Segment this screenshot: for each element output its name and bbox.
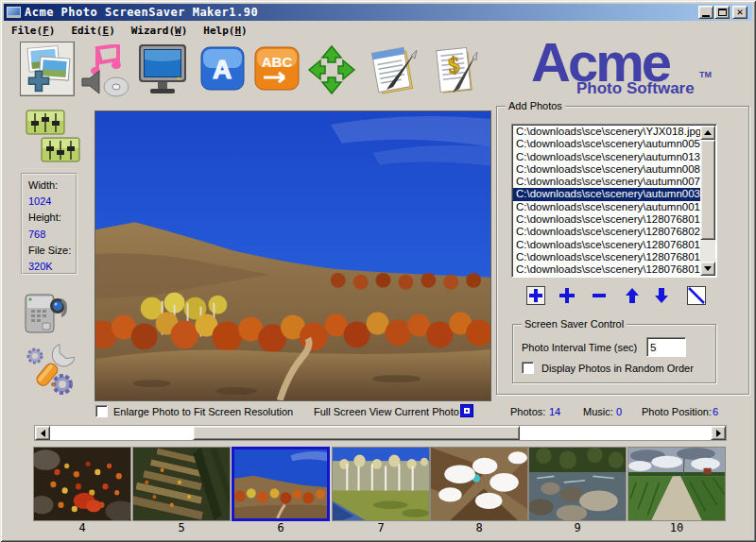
photo-preview[interactable] — [94, 110, 491, 401]
register-notes-button[interactable] — [368, 42, 422, 97]
thumbnail-7[interactable] — [332, 447, 430, 521]
height-value: 768 — [28, 227, 76, 243]
scroll-right-button[interactable] — [711, 426, 726, 440]
interval-input[interactable] — [646, 337, 686, 357]
list-item[interactable]: C:\downloads\sce\scenery\autumn007.jpg — [513, 176, 700, 188]
add-photos-button[interactable] — [20, 42, 75, 96]
list-item[interactable]: C:\downloads\sce\scenery\autumn008.jpg — [513, 163, 700, 176]
fullscreen-view-button[interactable] — [460, 404, 473, 417]
list-scrollbar[interactable] — [700, 126, 715, 276]
maximize-icon — [718, 8, 727, 16]
list-item[interactable]: C:\downloads\sce\scenery\autumn001.jpg — [513, 201, 700, 213]
brand-tm: TM — [699, 70, 712, 79]
music-count-value: 0 — [616, 406, 622, 417]
hscroll-thumb[interactable] — [193, 426, 520, 440]
thumbnail-4-image — [34, 448, 130, 520]
register-notes-icon — [368, 42, 422, 97]
thumbnail-5-image — [133, 448, 230, 520]
close-icon: ✕ — [737, 8, 744, 17]
arrow-up-icon — [623, 286, 642, 305]
thumbnail-scrollbar[interactable] — [34, 425, 727, 441]
app-icon — [7, 7, 21, 18]
minimize-button[interactable] — [698, 6, 713, 19]
clear-photos-button[interactable] — [687, 286, 706, 305]
transition-effects-button[interactable] — [307, 44, 356, 95]
enlarge-photo-checkbox[interactable] — [95, 405, 108, 417]
scroll-thumb[interactable] — [700, 140, 715, 240]
boxed-plus-icon — [526, 286, 545, 305]
text-effects-button[interactable]: ABC — [254, 46, 300, 91]
photos-count-label: Photos: — [510, 406, 545, 417]
svg-text:ABC: ABC — [262, 54, 293, 70]
title-bar[interactable]: Acme Photo ScreenSaver Maker1.90 ✕ — [4, 4, 752, 21]
transition-effects-icon — [307, 44, 356, 95]
font-settings-icon: A — [200, 46, 245, 91]
thumbnail-8-image — [431, 448, 527, 520]
remove-photo-button[interactable] — [590, 286, 609, 305]
thumbnail-number: 4 — [33, 521, 131, 534]
menu-help[interactable]: Help(H) — [203, 25, 247, 37]
sliders-icon — [26, 110, 65, 136]
thumbnail-number: 10 — [627, 521, 726, 534]
minus-icon — [590, 286, 609, 305]
height-label: Height: — [28, 210, 76, 226]
effect-mixer-button-2[interactable] — [41, 137, 80, 167]
thumbnail-10[interactable] — [627, 447, 726, 521]
photos-count-value: 14 — [549, 406, 560, 417]
random-order-label: Display Photos in Random Order — [541, 363, 694, 374]
list-item[interactable]: C:\downloads\sce\scenery\1280768018 — [513, 251, 700, 263]
close-button[interactable]: ✕ — [732, 6, 747, 19]
landscape-photo — [95, 111, 490, 400]
width-value: 1024 — [28, 194, 76, 210]
add-photo-button[interactable] — [558, 286, 576, 305]
screensaver-group-label: Screen Saver Control — [522, 318, 627, 330]
clear-list-icon — [687, 286, 706, 305]
list-item[interactable]: C:\downloads\sce\scenery\1280768017 — [513, 239, 700, 251]
menu-file[interactable]: File(F) — [11, 25, 55, 37]
sliders-icon — [41, 137, 80, 163]
thumbnail-number: 5 — [132, 521, 231, 534]
brand-subtitle: Photo Software — [576, 79, 695, 98]
brand-logo: Acme TM Photo Software — [527, 42, 726, 100]
list-item[interactable]: C:\downloads\sce\scenery\autumn013.jpg — [513, 151, 700, 163]
thumbnail-5[interactable] — [132, 447, 231, 521]
menu-edit[interactable]: Edit(E) — [71, 25, 114, 37]
photo-file-list[interactable]: C:\downloads\sce\scenery\YJX018.jpg C:\d… — [511, 124, 717, 278]
svg-text:A: A — [213, 55, 232, 84]
list-item[interactable]: C:\downloads\sce\scenery\1280768010 — [513, 213, 700, 226]
photo-file-rows: C:\downloads\sce\scenery\YJX018.jpg C:\d… — [513, 126, 700, 276]
settings-tools-button[interactable] — [23, 343, 75, 399]
list-item-selected[interactable]: C:\downloads\sce\scenery\autumn003.jpg — [513, 188, 700, 200]
photo-info-panel: Width: 1024 Height: 768 File Size: 320K — [21, 173, 77, 275]
scroll-up-button[interactable] — [700, 126, 715, 140]
move-photo-down-button[interactable] — [652, 286, 671, 305]
order-button[interactable]: $ — [430, 42, 483, 97]
minimize-icon — [702, 15, 710, 17]
move-photo-up-button[interactable] — [623, 286, 642, 305]
thumbnail-4[interactable] — [33, 447, 131, 521]
text-effects-icon: ABC — [254, 46, 300, 91]
list-item[interactable]: C:\downloads\sce\scenery\autumn005.jpg — [513, 138, 700, 150]
add-music-button[interactable] — [80, 44, 131, 97]
thumbnail-6-selected[interactable] — [232, 447, 330, 521]
list-item[interactable]: C:\downloads\sce\scenery\1280768020 — [513, 226, 700, 238]
fullscreen-label: Full Screen View Current Photo — [314, 406, 459, 417]
preview-camera-button[interactable] — [22, 289, 69, 340]
random-order-checkbox[interactable] — [522, 362, 534, 374]
list-item[interactable]: C:\downloads\sce\scenery\1280768013 — [513, 263, 700, 276]
display-settings-icon — [137, 42, 188, 97]
display-settings-button[interactable] — [137, 42, 188, 97]
menu-wizard[interactable]: Wizard(W) — [131, 25, 188, 37]
add-photo-folder-button[interactable] — [526, 286, 545, 305]
font-settings-button[interactable]: A — [200, 46, 245, 91]
thumbnail-9-image — [529, 448, 626, 520]
scroll-down-button[interactable] — [700, 262, 715, 276]
list-item[interactable]: C:\downloads\sce\scenery\YJX018.jpg — [513, 126, 700, 138]
arrow-down-icon — [652, 286, 671, 305]
maximize-button[interactable] — [714, 6, 730, 19]
thumbnail-9[interactable] — [528, 447, 627, 521]
effect-mixer-button-1[interactable] — [26, 110, 65, 140]
enlarge-photo-label: Enlarge Photo to Fit Screen Resolution — [113, 406, 293, 417]
scroll-left-button[interactable] — [35, 426, 50, 440]
thumbnail-8[interactable] — [430, 447, 528, 521]
